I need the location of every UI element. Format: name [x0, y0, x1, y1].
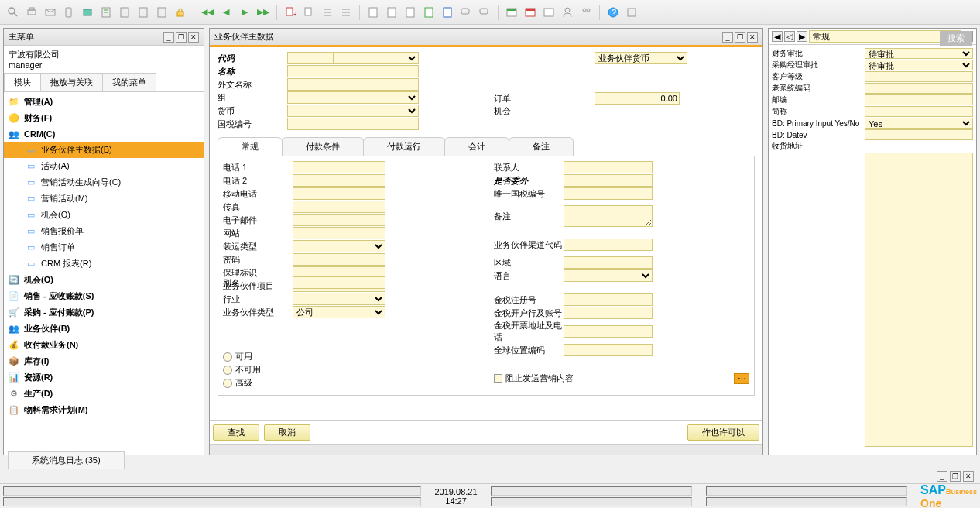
field-input[interactable]: [564, 293, 653, 306]
find-button[interactable]: 查找: [213, 424, 259, 441]
nav-prev-icon[interactable]: ◁: [784, 31, 795, 42]
date-icon[interactable]: [542, 5, 556, 19]
tree-item[interactable]: 🛒采购 - 应付账款(P): [4, 304, 204, 321]
block-marketing-checkbox[interactable]: [494, 374, 502, 383]
nav-next-icon[interactable]: ▶: [797, 31, 807, 42]
alias-input[interactable]: [293, 276, 385, 289]
tree-item[interactable]: 📋物料需求计划(M): [4, 402, 204, 418]
doc2-icon[interactable]: [385, 5, 399, 19]
field-select[interactable]: Yes: [865, 118, 973, 129]
tree-sub-item[interactable]: ▭营销活动生成向导(C): [4, 174, 204, 190]
field-input[interactable]: [564, 239, 653, 251]
cal2-icon[interactable]: [523, 5, 537, 19]
tree-sub-item[interactable]: ▭营销活动(M): [4, 190, 204, 207]
field-input[interactable]: [293, 201, 385, 213]
next-icon[interactable]: ▶: [238, 5, 252, 19]
last-icon[interactable]: ▶▶: [256, 5, 270, 19]
export-icon[interactable]: [99, 5, 113, 19]
tree-item[interactable]: 📄销售 - 应收账款(S): [4, 288, 204, 304]
sb-close[interactable]: ✕: [963, 471, 974, 482]
nav-first-icon[interactable]: ◀: [772, 31, 783, 42]
cancel-button[interactable]: 取消: [264, 424, 310, 441]
list2-icon[interactable]: [339, 5, 353, 19]
tree-sub-item[interactable]: ▭活动(A): [4, 158, 204, 174]
edit-icon[interactable]: [403, 5, 417, 19]
field-select[interactable]: 公司: [293, 306, 385, 318]
field-input[interactable]: [865, 71, 973, 82]
lock-icon[interactable]: [173, 5, 187, 19]
list1-icon[interactable]: [320, 5, 334, 19]
tree-sub-item[interactable]: ▭销售订单: [4, 239, 204, 256]
tree-sub-item[interactable]: ▭销售报价单: [4, 223, 204, 239]
field-input[interactable]: [564, 161, 653, 173]
field-input[interactable]: [564, 174, 653, 187]
tab-modules[interactable]: 模块: [4, 73, 41, 91]
field-select[interactable]: 待审批: [865, 60, 973, 70]
field-input[interactable]: [865, 106, 973, 117]
tree-item[interactable]: 📦库存(I): [4, 353, 204, 369]
field-input[interactable]: [564, 187, 653, 200]
mail-icon[interactable]: [43, 5, 57, 19]
tool-icon[interactable]: [625, 5, 639, 19]
sb-restore[interactable]: ❐: [950, 471, 961, 482]
remark-input[interactable]: [564, 205, 653, 227]
tab-general[interactable]: 常规: [218, 137, 283, 156]
settings-icon[interactable]: [440, 5, 454, 19]
tree-item[interactable]: 📊资源(R): [4, 369, 204, 386]
doc1-icon[interactable]: [366, 5, 380, 19]
tab-accounting[interactable]: 会计: [444, 137, 509, 156]
field-input[interactable]: [293, 214, 385, 226]
tree-item[interactable]: ⚙生产(D): [4, 386, 204, 402]
sb-min[interactable]: _: [937, 471, 947, 482]
tree-sub-item[interactable]: ▭机会(O): [4, 207, 204, 223]
field-input[interactable]: [564, 307, 653, 319]
first-icon[interactable]: ◀◀: [200, 5, 214, 19]
pdf-icon[interactable]: [155, 5, 169, 19]
search-button[interactable]: 搜索: [940, 31, 972, 46]
chat1-icon[interactable]: [459, 5, 473, 19]
field-input[interactable]: [293, 174, 385, 187]
code-input[interactable]: [287, 52, 334, 64]
field-select[interactable]: [293, 293, 385, 305]
name-input[interactable]: [287, 65, 419, 77]
more-button[interactable]: ⋯: [734, 373, 749, 384]
tab-drag-drop[interactable]: 拖放与关联: [40, 73, 103, 91]
order-value[interactable]: [595, 92, 680, 105]
tax-id-input[interactable]: [287, 118, 419, 130]
tree-item[interactable]: 💰收付款业务(N): [4, 337, 204, 353]
tab-remarks[interactable]: 备注: [509, 137, 574, 156]
tab-my-menu[interactable]: 我的菜单: [102, 73, 156, 91]
field-input[interactable]: [293, 187, 385, 200]
find-icon[interactable]: [302, 5, 316, 19]
adddoc-icon[interactable]: [422, 5, 436, 19]
excel-icon[interactable]: [118, 5, 132, 19]
field-input[interactable]: [293, 227, 385, 239]
field-input[interactable]: [865, 83, 973, 94]
foreign-name-input[interactable]: [287, 78, 419, 91]
cal1-icon[interactable]: [505, 5, 519, 19]
field-input[interactable]: [865, 129, 973, 140]
fax-icon[interactable]: [81, 5, 94, 19]
field-select[interactable]: 待审批: [865, 48, 973, 59]
search-icon[interactable]: [6, 5, 20, 19]
tab-payment-run[interactable]: 付款运行: [363, 137, 445, 156]
field-select[interactable]: [293, 240, 385, 252]
tree-item[interactable]: 🟡财务(F): [4, 110, 204, 126]
bp-currency-select[interactable]: 业务伙伴货币: [595, 52, 687, 64]
prev-icon[interactable]: ◀: [219, 5, 233, 19]
field-select[interactable]: [564, 269, 653, 282]
close-button[interactable]: ✕: [747, 32, 758, 43]
word-icon[interactable]: [136, 5, 150, 19]
user-icon[interactable]: [560, 5, 574, 19]
chat2-icon[interactable]: [478, 5, 492, 19]
field-input[interactable]: [293, 253, 385, 266]
close-button[interactable]: ✕: [188, 32, 199, 43]
print-icon[interactable]: [25, 5, 39, 19]
radio-button[interactable]: [223, 379, 232, 388]
radio-button[interactable]: [223, 352, 232, 362]
system-log-tab[interactable]: 系统消息日志 (35): [8, 451, 125, 469]
tree-sub-item[interactable]: ▭业务伙伴主数据(B): [4, 142, 204, 158]
tree-item[interactable]: 📁管理(A): [4, 94, 204, 110]
tree-item[interactable]: 👥CRM(C): [4, 126, 204, 142]
users-icon[interactable]: [579, 5, 593, 19]
